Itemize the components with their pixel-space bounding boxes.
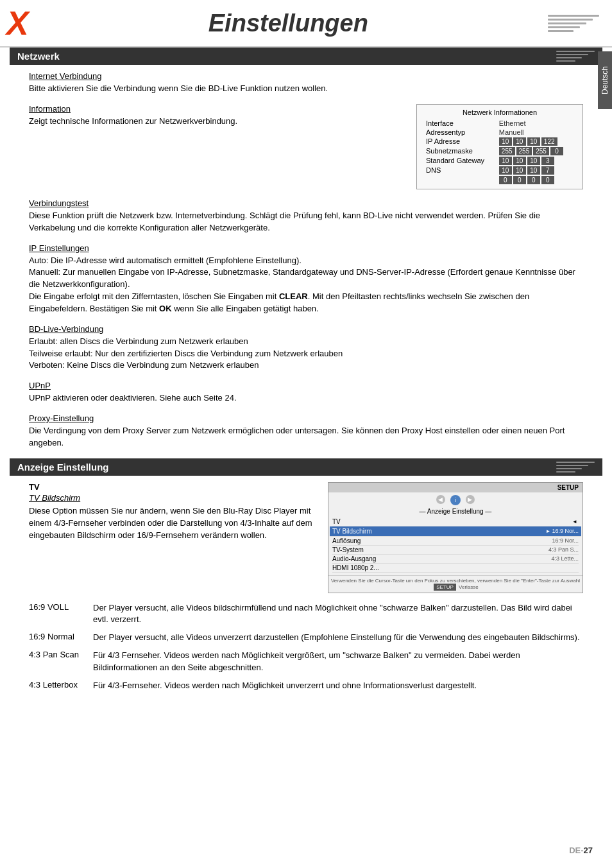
internet-verbindung-title: Internet Verbindung — [29, 71, 583, 81]
information-body: Zeigt technische Informationen zur Netzw… — [29, 116, 404, 128]
upnp-body: UPnP aktivieren oder deaktivieren. Siehe… — [29, 392, 583, 404]
setup-row-label: HDMI 1080p 2... — [332, 564, 383, 571]
setup-button[interactable]: SETUP — [434, 584, 456, 591]
language-sidebar: Deutsch — [598, 51, 612, 109]
page-header: X Einstellungen — [0, 0, 612, 48]
setup-box-title: — Anzeige Einstellung — — [332, 508, 579, 515]
tv-subsection-title: TV Bildschirm — [29, 493, 315, 503]
information-title: Information — [29, 104, 404, 114]
cell-label: DNS — [423, 166, 497, 175]
table-row: Subnetzmaske 255 255 255 0 — [423, 146, 576, 156]
anzeige-section: Anzeige Einstellung TV TV Bildschirm Die… — [0, 458, 612, 691]
ip-field: 0 0 0 0 — [499, 176, 554, 184]
cell-label: Subnetzmaske — [423, 146, 497, 156]
page-number: DE-27 — [569, 846, 593, 855]
cell-value: Manuell — [497, 128, 576, 137]
ip-field: 255 255 255 0 — [499, 147, 563, 155]
setup-footer-text: Verlasse — [459, 584, 479, 590]
bd-live-body: Erlaubt: allen Discs die Verbindung zum … — [29, 336, 583, 372]
section-header-lines — [556, 51, 595, 62]
arrow-right-icon: ► — [546, 528, 551, 534]
setup-header: SETUP — [328, 483, 582, 492]
proxy-section: Proxy-Einstellung Die Verdingung von dem… — [29, 413, 583, 449]
nav-icon-fwd: ▶ — [466, 495, 475, 504]
tv-options-list: 16:9 VOLL Der Player versucht, alle Vide… — [29, 602, 583, 691]
option-desc: Der Player versucht, alle Videos bildsch… — [93, 602, 583, 625]
setup-row-value: 16:9 Nor... — [552, 528, 579, 534]
setup-row-value: 4:3 Pan S... — [548, 546, 579, 553]
table-row: DNS 10 10 10 7 — [423, 166, 576, 175]
setup-box: SETUP ◀ i ▶ — Anzeige Einstellung — TV — [328, 482, 583, 593]
cell-value: 0 0 0 0 — [497, 175, 576, 185]
cell-value: 255 255 255 0 — [497, 146, 576, 156]
table-row: Standard Gateway 10 10 10 3 — [423, 156, 576, 166]
option-desc: Für 4/3-Fernseher. Videos werden nach Mö… — [93, 680, 583, 691]
setup-row-label: TV-System — [332, 546, 368, 553]
option-desc: Für 4/3 Fernseher. Videos werden nach Mö… — [93, 650, 583, 673]
setup-row-label: TV — [332, 518, 344, 525]
anzeige-section-header: Anzeige Einstellung — [10, 458, 602, 476]
option-label: 4:3 Letterbox — [29, 680, 93, 690]
setup-row-label: TV Bildschirm — [332, 528, 376, 535]
cell-label — [423, 175, 497, 185]
internet-verbindung-body: Bitte aktivieren Sie die Verbindung wenn… — [29, 83, 583, 95]
ip-einstellungen-title: IP Einstellungen — [29, 243, 583, 253]
network-info-box: Netzwerk Informationen Interface Etherne… — [416, 104, 583, 189]
table-row: Interface Ethernet — [423, 119, 576, 128]
network-info-table: Interface Ethernet Adressentyp Manuell I… — [423, 119, 576, 185]
verbindungstest-body: Diese Funktion prüft die Netzwerk bzw. I… — [29, 210, 583, 234]
netzwerk-section-header: Netzwerk — [10, 48, 602, 65]
cell-label: Adressentyp — [423, 128, 497, 137]
cell-value: Ethernet — [497, 119, 576, 128]
option-row-43letterbox: 4:3 Letterbox Für 4/3-Fernseher. Videos … — [29, 680, 583, 691]
table-row: 0 0 0 0 — [423, 175, 576, 185]
setup-row-tv: TV ◄ — [332, 517, 579, 526]
ip-field: 10 10 10 3 — [499, 157, 554, 165]
anzeige-title: Anzeige Einstellung — [17, 462, 109, 473]
option-row-43panscan: 4:3 Pan Scan Für 4/3 Fernseher. Videos w… — [29, 650, 583, 673]
ip-field: 10 10 10 122 — [499, 137, 557, 146]
option-row-169normal: 16:9 Normal Der Player versucht, alle Vi… — [29, 632, 583, 643]
bd-live-section: BD-Live-Verbindung Erlaubt: allen Discs … — [29, 324, 583, 372]
setup-row-tvsystem: TV-System 4:3 Pan S... — [332, 546, 579, 555]
tv-section: TV TV Bildschirm Diese Option müssen Sie… — [29, 482, 583, 593]
tv-body: Diese Option müssen Sie nur ändern, wenn… — [29, 505, 315, 542]
page-title: Einstellungen — [35, 10, 541, 37]
cell-label: Standard Gateway — [423, 156, 497, 166]
setup-row-label: Auflösung — [332, 537, 364, 544]
network-info-title: Netzwerk Informationen — [423, 108, 576, 116]
anzeige-header-lines — [556, 462, 595, 473]
option-desc: Der Player versucht, alle Videos unverze… — [93, 632, 583, 643]
cell-label: IP Adresse — [423, 137, 497, 146]
nav-icon-back: ◀ — [436, 495, 445, 504]
setup-row-value: 16:9 Nor... — [552, 537, 579, 544]
setup-row-label: Audio-Ausgang — [332, 555, 380, 562]
setup-inner: ◀ i ▶ — Anzeige Einstellung — TV ◄ — [328, 492, 582, 575]
ip-einstellungen-section: IP Einstellungen Auto: Die IP-Adresse wi… — [29, 243, 583, 315]
option-label: 16:9 Normal — [29, 632, 93, 641]
bd-live-title: BD-Live-Verbindung — [29, 324, 583, 334]
table-row: Adressentyp Manuell — [423, 128, 576, 137]
option-label: 4:3 Pan Scan — [29, 650, 93, 659]
option-row-169voll: 16:9 VOLL Der Player versucht, alle Vide… — [29, 602, 583, 625]
page-number-value: 27 — [584, 846, 593, 855]
verbindungstest-section: Verbindungstest Diese Funktion prüft die… — [29, 198, 583, 234]
netzwerk-content: Internet Verbindung Bitte aktivieren Sie… — [10, 71, 602, 449]
ip-field: 10 10 10 7 — [499, 166, 554, 175]
table-row: IP Adresse 10 10 10 122 — [423, 137, 576, 146]
setup-footer: Verwenden Sie die Cursor-Taste um den Fo… — [328, 575, 582, 593]
ip-einstellungen-body: Auto: Die IP-Adresse wird automatisch er… — [29, 255, 583, 315]
setup-row-audio: Audio-Ausgang 4:3 Lette... — [332, 555, 579, 564]
cell-value: 10 10 10 122 — [497, 137, 576, 146]
setup-nav-icons: ◀ i ▶ — [332, 495, 579, 505]
setup-row-value: 4:3 Lette... — [551, 555, 579, 562]
arrow-left-icon: ◄ — [572, 519, 577, 525]
upnp-title: UPnP — [29, 381, 583, 390]
option-label: 16:9 VOLL — [29, 602, 93, 612]
netzwerk-title: Netzwerk — [17, 51, 60, 62]
anzeige-content: TV TV Bildschirm Diese Option müssen Sie… — [10, 482, 602, 691]
verbindungstest-title: Verbindungstest — [29, 198, 583, 208]
setup-row-aufloesung: Auflösung 16:9 Nor... — [332, 537, 579, 546]
page-number-prefix: DE- — [569, 846, 583, 855]
cell-value: 10 10 10 3 — [497, 156, 576, 166]
